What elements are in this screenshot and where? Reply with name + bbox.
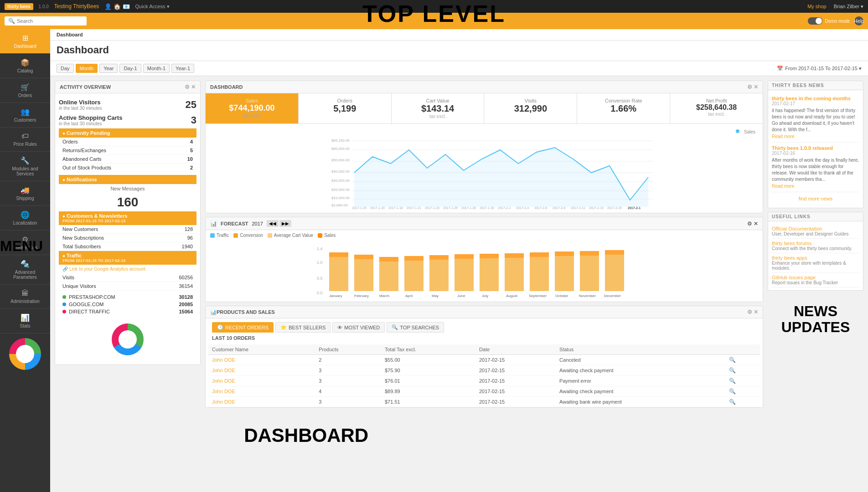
- order-action[interactable]: 🔍: [725, 397, 760, 407]
- sidebar-item-stats[interactable]: 📊 Stats: [0, 309, 50, 333]
- order-action[interactable]: 🔍: [725, 376, 760, 386]
- sidebar-item-price-rules[interactable]: 🏷 Price Rules: [0, 128, 50, 152]
- order-date: 2017-02-15: [475, 397, 556, 407]
- preferences-icon: ⚙: [22, 235, 28, 244]
- legend-sales: Sales: [318, 233, 336, 238]
- visits-cell: Visits 312,990: [484, 93, 577, 123]
- dashboard-icon: ⊞: [22, 34, 28, 42]
- forecast-prev[interactable]: ◀◀: [267, 220, 279, 227]
- read-more-2[interactable]: Read more: [772, 184, 794, 189]
- svg-text:January: January: [329, 294, 342, 298]
- sidebar-bottom: [0, 333, 50, 374]
- apps-link[interactable]: thirty bees apps: [772, 255, 859, 261]
- order-total: $71.51: [381, 397, 475, 407]
- period-year-1[interactable]: Year-1: [171, 64, 194, 73]
- google-val: 20085: [179, 302, 193, 307]
- sales-cell: Sales $744,190.00 tax excl.: [206, 93, 299, 123]
- google-dot: [62, 302, 66, 306]
- legend-label: Sales: [744, 129, 755, 134]
- period-month-1[interactable]: Month-1: [143, 64, 170, 73]
- sidebar-item-localization[interactable]: 🌐 Localization: [0, 206, 50, 231]
- forums-link[interactable]: thirty bees forums: [772, 241, 859, 246]
- analytics-link[interactable]: 🔗 Link to your Google Analytics account: [59, 265, 196, 273]
- forecast-icon: 📊: [210, 220, 217, 227]
- period-year[interactable]: Year: [99, 64, 118, 73]
- news-body-1: it has happened! The first version of th…: [772, 108, 859, 133]
- best-sellers-label: BEST SELLERS: [289, 325, 326, 330]
- demo-mode-toggle[interactable]: Demo mode: [808, 17, 850, 25]
- customer-name[interactable]: John DOE: [208, 365, 315, 376]
- active-carts-sub: in the last 30 minutes: [59, 121, 122, 126]
- tab-best-sellers[interactable]: ⭐ BEST SELLERS: [275, 322, 331, 333]
- toggle-switch[interactable]: [808, 17, 822, 25]
- sidebar-item-dashboard[interactable]: ⊞ Dashboard: [0, 29, 50, 54]
- products-sales-panel-icons[interactable]: ⚙ ✕: [747, 309, 758, 315]
- forecast-next[interactable]: ▶▶: [279, 220, 291, 227]
- period-month[interactable]: Month: [76, 64, 98, 73]
- sidebar-label-localization: Localization: [13, 220, 37, 226]
- avg-cart-legend-sq: [268, 233, 272, 238]
- period-day[interactable]: Day: [57, 64, 74, 73]
- sidebar-item-orders[interactable]: 🛒 Orders: [0, 78, 50, 103]
- help-button[interactable]: Help: [854, 16, 863, 26]
- order-total: $89.89: [381, 386, 475, 397]
- official-docs-link[interactable]: Official Documentation: [772, 226, 859, 231]
- catalog-icon: 📦: [21, 58, 30, 67]
- net-profit-value: $258,640.38: [677, 103, 756, 112]
- svg-text:$30,000.00: $30,000.00: [331, 179, 350, 183]
- center-column: DASHBOARD ⚙ ✕ Sales $744,190.00 tax excl…: [205, 81, 763, 408]
- forecast-nav[interactable]: ◀◀ ▶▶: [267, 220, 291, 227]
- traffic-sources: PRESTASHOP.COM 30128 GOOGLE.COM 20085 DI…: [59, 291, 196, 318]
- link-item-2: thirty bees forums Connect with the thir…: [772, 239, 859, 253]
- tab-most-viewed[interactable]: 👁 MOST VIEWED: [332, 322, 385, 333]
- github-link[interactable]: GitHub issues page: [772, 275, 859, 280]
- customer-name[interactable]: John DOE: [208, 386, 315, 397]
- order-action[interactable]: 🔍: [725, 386, 760, 397]
- table-row: John DOE 2 $55.00 2017-02-15 Canceled 🔍: [208, 355, 760, 365]
- search-box[interactable]: 🔍: [5, 16, 87, 26]
- svg-rect-48: [480, 258, 499, 291]
- dashboard-panel-header: DASHBOARD ⚙ ✕: [206, 81, 763, 93]
- sidebar-item-advanced[interactable]: 🔩 Advanced Parameters: [0, 255, 50, 285]
- order-action[interactable]: 🔍: [725, 355, 760, 365]
- pending-stock-label: Out of Stock Products: [62, 165, 111, 170]
- traffic-legend-label: Traffic: [217, 233, 229, 238]
- sidebar-item-preferences[interactable]: ⚙ Preferences: [0, 231, 50, 255]
- news-headline-1[interactable]: thirty bees in the coming months: [772, 96, 859, 101]
- find-more-news[interactable]: find more news: [772, 192, 859, 205]
- read-more-1[interactable]: Read more: [772, 134, 794, 139]
- quick-access[interactable]: Quick Access ▾: [135, 4, 170, 10]
- tab-top-searches[interactable]: 🔍 TOP SEARCHES: [387, 322, 444, 333]
- user-menu[interactable]: Brian Zilber ▾: [834, 4, 863, 10]
- shipping-icon: 🚚: [21, 186, 30, 195]
- svg-text:2017-1-18: 2017-1-18: [388, 206, 403, 209]
- dashboard-panel-icons[interactable]: ⚙ ✕: [747, 84, 758, 90]
- period-day-1[interactable]: Day-1: [119, 64, 141, 73]
- activity-title: ACTIVITY OVERVIEW: [60, 84, 111, 90]
- customer-name[interactable]: John DOE: [208, 397, 315, 407]
- order-action[interactable]: 🔍: [725, 365, 760, 376]
- sidebar-item-modules[interactable]: 🔧 Modules and Services: [0, 152, 50, 181]
- svg-text:2017-2-6: 2017-2-6: [534, 206, 547, 209]
- panel-icons[interactable]: ⚙ ✕: [185, 84, 196, 90]
- top-searches-icon: 🔍: [392, 324, 398, 330]
- top-bar: thirty bees 1.0.0 Testing ThirtyBees 👤 🏠…: [0, 0, 868, 13]
- sidebar-item-customers[interactable]: 👥 Customers: [0, 103, 50, 128]
- sidebar-item-catalog[interactable]: 📦 Catalog: [0, 54, 50, 78]
- my-shop-link[interactable]: My shop: [807, 4, 827, 9]
- date-range-text: From 2017-01-15 To 2017-02-15 ▾: [785, 66, 862, 72]
- products-sales-icon: 📊: [210, 309, 217, 315]
- conversion-cell: Conversion Rate 1.66%: [577, 93, 670, 123]
- tab-recent-orders[interactable]: 🕒 RECENT ORDERS: [212, 322, 274, 333]
- forecast-panel-icons[interactable]: ⚙ ✕: [747, 220, 758, 227]
- svg-text:June: June: [457, 294, 465, 298]
- date-range[interactable]: 📅 From 2017-01-15 To 2017-02-15 ▾: [777, 66, 862, 72]
- customer-name[interactable]: John DOE: [208, 355, 315, 365]
- sidebar-item-administration[interactable]: 🏛 Administration: [0, 285, 50, 309]
- search-input[interactable]: [17, 18, 81, 24]
- active-carts-count: 3: [191, 114, 196, 126]
- line-chart-container: Sales $65,160.00 $60,000.00 $50,000.00 $…: [206, 124, 763, 213]
- customer-name[interactable]: John DOE: [208, 376, 315, 386]
- sidebar-item-shipping[interactable]: 🚚 Shipping: [0, 181, 50, 206]
- news-headline-2[interactable]: Thirty bees 1.0.0 released: [772, 145, 859, 151]
